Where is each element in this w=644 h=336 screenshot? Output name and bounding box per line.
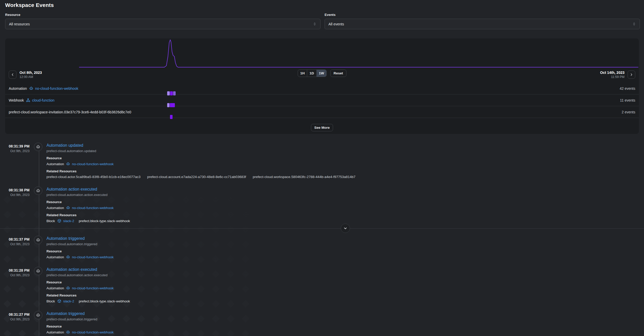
related-link[interactable]: slack-2 [63, 299, 74, 303]
event-type: prefect-cloud.automation.triggered [46, 317, 644, 321]
select-carets-icon [313, 22, 317, 26]
events-sparkline [5, 38, 639, 68]
robot-icon [36, 189, 40, 193]
events-timeline-panel: Oct 8th, 2023 12:00 AM Oct 14th, 2023 11… [5, 38, 639, 134]
event-time: 08:31:28 PM [5, 268, 30, 272]
event-marker [173, 91, 176, 95]
timeline-node [34, 143, 42, 151]
event-count: 11 events [620, 98, 635, 102]
expand-events-button[interactable] [341, 224, 350, 233]
robot-icon [36, 238, 40, 242]
resource-filter-label: Resource [5, 13, 320, 17]
resource-section-label: Resource [46, 156, 644, 160]
events-select-value: All events [328, 22, 344, 26]
resource-kind: Automation [46, 255, 64, 259]
resource-row-webhook: Webhook cloud-function 11 events [5, 94, 639, 106]
robot-icon [66, 330, 70, 334]
resource-section-label: Resource [46, 324, 644, 328]
feed-event-item: 08:31:39 PM Oct 9th, 2023 Automation upd… [0, 143, 644, 179]
event-type: prefect-cloud.automation.action.executed [46, 193, 644, 197]
event-marker [167, 103, 169, 107]
event-type: prefect-cloud.automation.triggered [46, 242, 644, 246]
range-1d-button[interactable]: 1D [307, 70, 316, 77]
event-count: 42 events [620, 86, 635, 91]
feed-event-item: 08:31:27 PM Oct 9th, 2023 Automation tri… [0, 311, 644, 336]
event-feed: 08:31:39 PM Oct 9th, 2023 Automation upd… [0, 143, 644, 336]
robot-icon [66, 206, 70, 210]
resource-kind: Automation [46, 286, 64, 290]
event-date: Oct 9th, 2023 [5, 242, 30, 246]
resource-link[interactable]: no-cloud-function-webhook [72, 255, 113, 259]
event-title-link[interactable]: Automation triggered [46, 236, 85, 241]
resource-section-label: Resource [46, 200, 644, 204]
event-date: Oct 9th, 2023 [5, 273, 30, 277]
resource-kind: Webhook [9, 98, 24, 102]
resource-link[interactable]: no-cloud-function-webhook [72, 330, 113, 334]
related-section-label: Related Resources [46, 293, 644, 297]
resource-section-label: Resource [46, 249, 644, 253]
resource-select-value: All resources [9, 22, 30, 26]
timeline-node [34, 186, 42, 195]
event-title-link[interactable]: Automation action executed [46, 187, 97, 192]
robot-icon [29, 86, 33, 91]
range-start-time: 12:00 AM [20, 75, 42, 79]
block-cube-icon [57, 219, 61, 223]
event-date: Oct 9th, 2023 [5, 149, 30, 153]
related-kind: Block [46, 299, 55, 303]
events-select[interactable]: All events [325, 19, 640, 29]
chevron-right-icon [629, 73, 633, 77]
related-link[interactable]: slack-2 [63, 219, 74, 223]
event-time: 08:31:39 PM [5, 144, 30, 148]
timeline-prev-button[interactable] [9, 71, 16, 79]
robot-icon [66, 255, 70, 259]
related-resource: prefect-cloud.actor.5ca89ba5-83f8-45b0-b… [46, 175, 140, 179]
resource-link[interactable]: no-cloud-function-webhook [72, 206, 113, 210]
event-time: 08:31:27 PM [5, 312, 30, 317]
event-marker [170, 103, 175, 107]
range-segmented-control: 1H 1D 1W [298, 70, 327, 77]
select-carets-icon [632, 22, 636, 26]
webhook-icon [26, 98, 30, 102]
event-marker [170, 115, 173, 119]
resource-select[interactable]: All resources [5, 19, 320, 29]
resource-kind: prefect-cloud.workspace-invitation.03e37… [9, 110, 131, 114]
event-marker [167, 91, 170, 95]
event-date: Oct 9th, 2023 [5, 318, 30, 321]
resource-link[interactable]: no-cloud-function-webhook [72, 162, 113, 166]
related-section-label: Related Resources [46, 213, 644, 217]
timeline-node [34, 311, 42, 319]
robot-icon [36, 313, 40, 317]
range-end-date: Oct 14th, 2023 [600, 71, 624, 75]
event-time: 08:31:37 PM [5, 237, 30, 241]
timeline-node [34, 236, 42, 244]
related-section-label: Related Resources [46, 169, 644, 173]
feed-expand-divider [0, 224, 644, 233]
range-end-time: 11:59 PM [600, 75, 624, 79]
event-title-link[interactable]: Automation action executed [46, 267, 97, 272]
event-marker [170, 91, 173, 95]
see-more-button[interactable]: See More [311, 124, 333, 131]
resource-link[interactable]: cloud-function [32, 98, 54, 102]
events-sparkline-line [79, 40, 638, 67]
robot-icon [66, 162, 70, 166]
robot-icon [66, 286, 70, 290]
feed-event-item: 08:31:38 PM Oct 9th, 2023 Automation act… [0, 186, 644, 223]
page-title: Workspace Events [5, 2, 54, 8]
related-resource: prefect-cloud.account.e7ada224-a730-48e8… [147, 175, 246, 179]
event-title-link[interactable]: Automation triggered [46, 311, 85, 316]
resource-link[interactable]: no-cloud-function-webhook [35, 86, 78, 91]
event-time: 08:31:38 PM [5, 188, 30, 192]
event-title-link[interactable]: Automation updated [46, 143, 83, 148]
timeline-next-button[interactable] [628, 71, 635, 79]
robot-icon [36, 269, 40, 273]
event-date: Oct 9th, 2023 [5, 193, 30, 197]
events-filter-label: Events [325, 13, 640, 17]
resource-row-workspace-invitation: prefect-cloud.workspace-invitation.03e37… [5, 106, 639, 118]
range-1h-button[interactable]: 1H [298, 70, 307, 77]
resource-link[interactable]: no-cloud-function-webhook [72, 286, 113, 290]
range-1w-button[interactable]: 1W [317, 70, 326, 77]
block-cube-icon [57, 299, 61, 303]
resource-kind: Automation [9, 86, 27, 91]
reset-button[interactable]: Reset [330, 70, 346, 77]
resource-section-label: Resource [46, 280, 644, 284]
